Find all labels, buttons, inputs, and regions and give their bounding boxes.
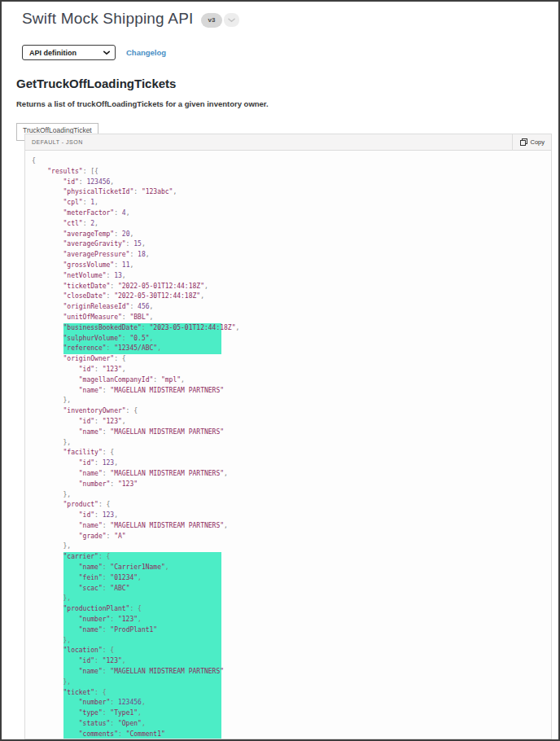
code-line: "grossVolume": 11,	[32, 261, 551, 271]
code-line: },	[32, 438, 551, 449]
code-line: "location": {	[32, 646, 551, 656]
code-line: "magellanCompanyId": "mpl",	[32, 375, 551, 386]
code-line: "unitOfMeasure": "BBL",	[32, 313, 551, 323]
api-docs-page: Swift Mock Shipping API v3 API definitio…	[0, 0, 560, 741]
chevron-down-icon	[103, 50, 110, 55]
code-line: "name": "MAGELLAN MIDSTREAM PARTNERS",	[32, 521, 551, 532]
code-line: "results": [{	[32, 167, 551, 178]
code-line: "originReleaseId": 456,	[32, 302, 551, 313]
code-line: },	[32, 636, 551, 647]
code-line: "product": {	[32, 500, 551, 511]
code-line: },	[32, 542, 551, 552]
code-line: "status": "Open",	[32, 719, 551, 730]
code-line: "id": 123,	[32, 511, 551, 521]
code-line: },	[32, 677, 551, 688]
code-language-label: DEFAULT - JSON	[32, 139, 83, 145]
code-line: },	[32, 396, 551, 406]
code-line: "name": "ProdPlant1"	[32, 625, 551, 636]
code-line: "businessBookedDate": "2023-05-01T12:44:…	[32, 323, 551, 334]
code-line: "fein": "01234",	[32, 573, 551, 584]
code-line: "cpl": 1,	[32, 198, 551, 208]
code-line: "carrier": {	[32, 552, 551, 563]
code-line: "number": "123",	[32, 615, 551, 625]
code-body: { "results": [{ "id": 123456, "physicalT…	[25, 151, 551, 739]
toolbar: API definition Changelog	[22, 45, 166, 60]
code-line: "scac": "ABC"	[32, 584, 551, 594]
code-line: "facility": {	[32, 448, 551, 458]
api-definition-select-value: API definition	[29, 49, 77, 57]
code-line: "number": 123456,	[32, 698, 551, 708]
code-line: "comments": "Comment1"	[32, 730, 551, 739]
code-line: "id": 123456,	[32, 178, 551, 188]
code-line: "productionPlant": {	[32, 604, 551, 615]
page-header: Swift Mock Shipping API v3	[22, 10, 239, 28]
code-line: "id": "123",	[32, 417, 551, 428]
code-line: "type": "Type1",	[32, 708, 551, 719]
code-line: "name": "MAGELLAN MIDSTREAM PARTNERS",	[32, 469, 551, 480]
code-line: "physicalTicketId": "123abc",	[32, 187, 551, 198]
code-block-header: DEFAULT - JSON Copy	[25, 134, 551, 151]
code-line: "ticketDate": "2022-05-01T12:44:18Z",	[32, 282, 551, 292]
code-line: "netVolume": 13,	[32, 271, 551, 282]
code-line: "grade": "A"	[32, 532, 551, 542]
code-line: "closeDate": "2022-05-30T12:44:18Z",	[32, 292, 551, 302]
code-line: "id": 123,	[32, 458, 551, 469]
code-line: "name": "MAGELLAN MIDSTREAM PARTNERS"	[32, 667, 551, 677]
code-line: },	[32, 594, 551, 604]
code-line: "name": "Carrier1Name",	[32, 563, 551, 573]
code-line: "sulphurVolume": "0.5",	[32, 334, 551, 344]
version-dropdown[interactable]: v3	[201, 13, 240, 28]
changelog-link[interactable]: Changelog	[126, 48, 166, 57]
code-line: "originOwner": {	[32, 354, 551, 365]
code-line: "name": "MAGELLAN MIDSTREAM PARTNERS"	[32, 386, 551, 397]
copy-button[interactable]: Copy	[512, 134, 545, 151]
code-line: "averageGravity": 15,	[32, 239, 551, 250]
code-line: "ticket": {	[32, 688, 551, 699]
code-line: "averageTemp": 20,	[32, 230, 551, 240]
code-block: DEFAULT - JSON Copy { "results": [{ "id"…	[24, 134, 552, 739]
page-title: Swift Mock Shipping API	[22, 10, 194, 28]
code-line: "id": "123",	[32, 365, 551, 375]
code-line: "meterFactor": 4,	[32, 208, 551, 219]
version-label: v3	[201, 13, 223, 28]
copy-button-label: Copy	[530, 138, 545, 146]
chevron-down-icon	[224, 13, 239, 27]
code-line: {	[32, 156, 551, 167]
copy-icon	[520, 138, 527, 146]
code-line: "ctl": 2,	[32, 219, 551, 230]
api-definition-select[interactable]: API definition	[22, 45, 116, 60]
code-line: "name": "MAGELLAN MIDSTREAM PARTNERS"	[32, 428, 551, 438]
code-line: "inventoryOwner": {	[32, 406, 551, 417]
code-line: "reference": "12345/ABC",	[32, 344, 551, 354]
code-line: "id": "123",	[32, 656, 551, 667]
code-line: "number": "123"	[32, 480, 551, 490]
endpoint-description: Returns a list of truckOffLoadingTickets…	[16, 99, 269, 108]
endpoint-heading: GetTruckOffLoadingTickets	[16, 77, 176, 90]
code-line: },	[32, 490, 551, 501]
code-line: "averagePressure": 18,	[32, 250, 551, 261]
